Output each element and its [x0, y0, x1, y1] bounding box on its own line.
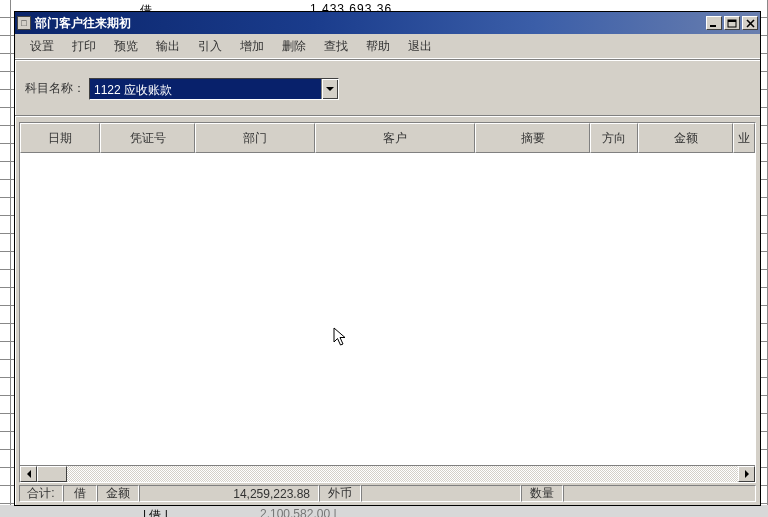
col-voucher[interactable]: 凭证号 [100, 123, 195, 153]
menu-export[interactable]: 输出 [147, 35, 189, 58]
filter-row: 科目名称： 1122 应收账款 [15, 60, 760, 116]
status-side: 借 [63, 485, 97, 502]
col-dir[interactable]: 方向 [590, 123, 638, 153]
status-amount-label: 金额 [97, 485, 139, 502]
h-scrollbar[interactable] [20, 465, 755, 482]
window-icon: □ [17, 16, 31, 30]
status-bar: 合计: 借 金额 14,259,223.88 外币 数量 [15, 483, 760, 505]
col-amount[interactable]: 金额 [638, 123, 733, 153]
menu-settings[interactable]: 设置 [21, 35, 63, 58]
scroll-thumb[interactable] [37, 466, 67, 482]
menubar: 设置 打印 预览 输出 引入 增加 删除 查找 帮助 退出 [15, 34, 760, 60]
menu-add[interactable]: 增加 [231, 35, 273, 58]
col-customer[interactable]: 客户 [315, 123, 475, 153]
menu-import[interactable]: 引入 [189, 35, 231, 58]
col-dept[interactable]: 部门 [195, 123, 315, 153]
col-summary[interactable]: 摘要 [475, 123, 590, 153]
scroll-left-button[interactable] [20, 466, 37, 482]
close-icon [746, 19, 755, 28]
maximize-button[interactable] [724, 16, 740, 30]
menu-print[interactable]: 打印 [63, 35, 105, 58]
col-extra[interactable]: 业 [733, 123, 755, 153]
account-combo[interactable]: 1122 应收账款 [89, 78, 339, 100]
status-qty-value [563, 485, 756, 502]
minimize-button[interactable] [706, 16, 722, 30]
scroll-track[interactable] [37, 466, 738, 482]
status-qty-label: 数量 [521, 485, 563, 502]
menu-exit[interactable]: 退出 [399, 35, 441, 58]
svg-rect-2 [728, 20, 736, 22]
table-body[interactable] [20, 153, 755, 465]
svg-rect-0 [710, 25, 716, 27]
account-selected: 1122 应收账款 [90, 79, 321, 99]
window-title: 部门客户往来期初 [35, 14, 704, 32]
menu-preview[interactable]: 预览 [105, 35, 147, 58]
maximize-icon [727, 19, 737, 28]
menu-find[interactable]: 查找 [315, 35, 357, 58]
close-button[interactable] [742, 16, 758, 30]
minimize-icon [709, 19, 719, 27]
menu-help[interactable]: 帮助 [357, 35, 399, 58]
table-header: 日期 凭证号 部门 客户 摘要 方向 金额 业 [20, 123, 755, 153]
dialog-window: □ 部门客户往来期初 设置 打印 预览 输出 引入 增加 删除 查找 帮助 退出… [14, 11, 761, 506]
account-label: 科目名称： [25, 80, 85, 97]
status-fc-value [361, 485, 521, 502]
status-sum-label: 合计: [19, 485, 63, 502]
bg-bottom-right: 2,100,582.00 | [260, 507, 337, 517]
menu-delete[interactable]: 删除 [273, 35, 315, 58]
status-amount-value: 14,259,223.88 [139, 485, 319, 502]
table: 日期 凭证号 部门 客户 摘要 方向 金额 业 [19, 122, 756, 483]
titlebar[interactable]: □ 部门客户往来期初 [15, 12, 760, 34]
scroll-right-button[interactable] [738, 466, 755, 482]
chevron-down-icon[interactable] [321, 79, 338, 99]
col-date[interactable]: 日期 [20, 123, 100, 153]
status-fc-label: 外币 [319, 485, 361, 502]
bg-bottom-left: | 借 | [143, 507, 168, 517]
